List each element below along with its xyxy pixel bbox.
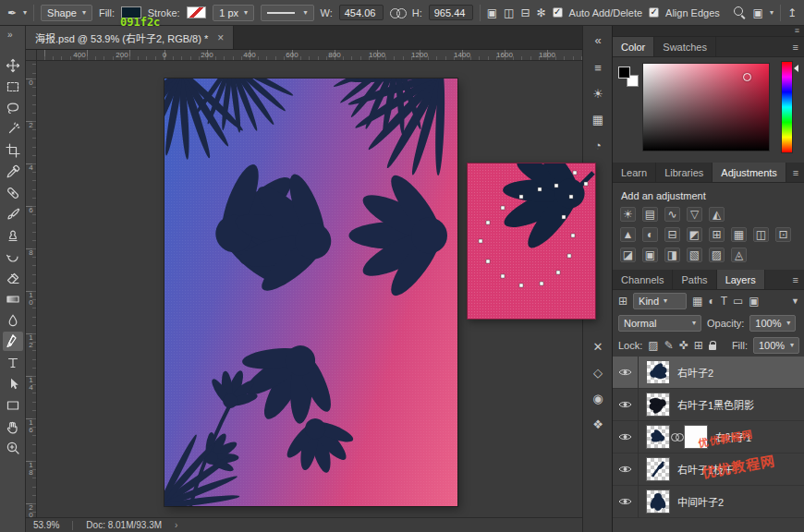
levels-icon[interactable]: ▤ xyxy=(642,207,658,222)
filter-shape-layers-icon[interactable]: ▭ xyxy=(733,296,743,307)
close-panel-icon[interactable]: ✕ xyxy=(583,340,613,354)
visib-cell[interactable] xyxy=(613,486,639,518)
workspace-icon[interactable]: ▣ xyxy=(753,7,763,18)
tool-lasso[interactable] xyxy=(3,98,23,117)
tool-mode-select[interactable]: Shape ▾ xyxy=(41,5,92,21)
layer-row[interactable]: 右叶子1 xyxy=(613,421,804,453)
tab-layers[interactable]: Layers xyxy=(717,270,765,289)
invert-icon[interactable]: ◫ xyxy=(753,227,769,242)
tool-crop[interactable] xyxy=(3,140,23,160)
curves-icon[interactable]: ∿ xyxy=(664,207,680,222)
layer-name[interactable]: 中间叶子2 xyxy=(677,494,724,509)
close-icon[interactable]: × xyxy=(217,31,224,44)
color-balance-icon[interactable]: ◐ xyxy=(642,227,658,242)
shape-height-input[interactable]: 965.44 xyxy=(429,5,473,20)
foreground-background-swatches[interactable] xyxy=(618,66,642,91)
auto-add-delete-checkbox[interactable] xyxy=(553,7,563,18)
visib-cell[interactable] xyxy=(613,389,639,421)
filter-toggle-icon[interactable]: ▼ xyxy=(791,297,799,306)
clock-history-panel-icon[interactable]: ◔ xyxy=(583,139,613,152)
pattern-icon[interactable]: ▧ xyxy=(687,248,702,262)
tool-eraser[interactable] xyxy=(3,268,23,287)
gear-icon[interactable]: ✻ xyxy=(537,7,546,18)
path-arrangement-icon[interactable]: ⊟ xyxy=(520,7,530,18)
lock-pixels-icon[interactable]: ✎ xyxy=(664,340,674,351)
tool-type[interactable] xyxy=(3,353,23,372)
color-picker-cursor[interactable] xyxy=(743,73,751,81)
notes-panel-icon[interactable]: ❖ xyxy=(583,417,613,431)
layer-row[interactable]: 右叶子1枝干 xyxy=(613,453,804,486)
threshold-icon[interactable]: ◪ xyxy=(620,248,636,262)
filter-grid-icon[interactable]: ⊞ xyxy=(618,296,627,307)
tab-libraries[interactable]: Libraries xyxy=(656,163,713,182)
foreground-color-swatch[interactable] xyxy=(618,66,630,79)
tool-magic-wand[interactable] xyxy=(3,119,23,139)
layer-thumbnail[interactable] xyxy=(646,360,670,384)
filter-type-layers-icon[interactable]: T xyxy=(721,296,727,307)
collapse-panels-icon[interactable]: « xyxy=(583,33,613,47)
lock-all-icon[interactable] xyxy=(709,341,717,351)
3d-panel-icon[interactable]: ◇ xyxy=(583,366,613,380)
hue-slider[interactable] xyxy=(781,61,793,153)
tool-path-selection[interactable] xyxy=(3,374,23,393)
histogram-panel-icon[interactable]: ▦ xyxy=(583,113,613,127)
visib-cell[interactable] xyxy=(613,453,639,486)
align-edges-checkbox[interactable] xyxy=(649,7,659,18)
tab-learn[interactable]: Learn xyxy=(613,163,656,182)
stroke-width-select[interactable]: 1 px ▾ xyxy=(213,5,254,21)
color-saturation-field[interactable] xyxy=(642,63,770,151)
tool-gradient[interactable] xyxy=(3,289,23,308)
channel-mixer-icon[interactable]: ⊞ xyxy=(709,227,725,242)
path-edit-zoom-view[interactable] xyxy=(467,163,596,320)
tool-zoom[interactable] xyxy=(3,438,23,457)
layer-thumbnail[interactable] xyxy=(646,490,670,514)
visib-cell[interactable] xyxy=(613,357,639,389)
filter-adjustment-layers-icon[interactable]: ◐ xyxy=(708,296,714,307)
fill-opacity-select[interactable]: 100% ▾ xyxy=(753,337,799,354)
layer-thumbnail[interactable] xyxy=(646,393,670,417)
search-icon[interactable] xyxy=(733,6,747,19)
selective-color-icon[interactable]: ◨ xyxy=(664,248,680,262)
tab-adjustments[interactable]: Adjustments xyxy=(713,163,786,182)
mask-link-icon[interactable] xyxy=(671,433,683,441)
tool-clone-stamp[interactable] xyxy=(3,225,23,245)
properties-panel-icon[interactable]: ≡ xyxy=(583,61,613,75)
path-alignment-icon[interactable]: ◫ xyxy=(504,7,514,18)
menu-icon[interactable]: ≡ xyxy=(786,37,804,56)
gradient-fill-icon[interactable]: ◬ xyxy=(731,248,747,262)
exposure-icon[interactable]: ▽ xyxy=(687,207,702,222)
shape-width-input[interactable]: 454.06 xyxy=(339,5,384,20)
blend-mode-select[interactable]: Normal ▾ xyxy=(618,315,701,332)
layer-name[interactable]: 右叶子1黑色阴影 xyxy=(677,397,754,412)
tab-swatches[interactable]: Swatches xyxy=(654,37,716,56)
tab-paths[interactable]: Paths xyxy=(673,270,716,289)
path-operations-icon[interactable]: ▣ xyxy=(487,7,497,18)
tool-blur[interactable] xyxy=(3,310,23,330)
stroke-style-select[interactable]: ▾ xyxy=(261,5,313,21)
tool-rectangle-shape[interactable] xyxy=(3,395,23,415)
lock-position-icon[interactable]: ✜ xyxy=(679,340,688,351)
layer-row[interactable]: 中间叶子2 xyxy=(613,486,804,518)
layer-name[interactable]: 右叶子1枝干 xyxy=(677,462,734,477)
layer-filter-select[interactable]: Kind ▾ xyxy=(633,293,687,309)
menu-icon[interactable]: ≡ xyxy=(786,270,804,289)
gradient-map-icon[interactable]: ▣ xyxy=(642,248,658,262)
current-tool-caret-icon[interactable]: ▾ xyxy=(23,9,27,17)
current-tool-icon[interactable]: ✒ xyxy=(7,7,17,18)
tool-rectangular-marquee[interactable] xyxy=(3,77,23,96)
stroke-swatch[interactable] xyxy=(187,6,207,18)
share-icon[interactable]: ↥ xyxy=(787,7,797,18)
tab-channels[interactable]: Channels xyxy=(613,270,673,289)
solid-color-icon[interactable]: ▨ xyxy=(709,248,725,262)
black-white-icon[interactable]: ⊟ xyxy=(664,227,680,242)
tool-pen[interactable] xyxy=(3,332,23,351)
layer-name[interactable]: 右叶子1 xyxy=(715,429,751,444)
vibrance-icon[interactable]: ◭ xyxy=(709,207,725,222)
zoom-level[interactable]: 53.9% xyxy=(33,520,59,530)
tool-move[interactable] xyxy=(3,55,23,75)
adjustments-panel-icon[interactable]: ☀ xyxy=(583,87,613,101)
hue-saturation-icon[interactable]: ▲ xyxy=(620,227,636,242)
lock-artboard-icon[interactable]: ⊞ xyxy=(694,340,703,351)
status-more-icon[interactable]: › xyxy=(175,520,177,530)
layer-mask-thumbnail[interactable] xyxy=(684,425,708,449)
